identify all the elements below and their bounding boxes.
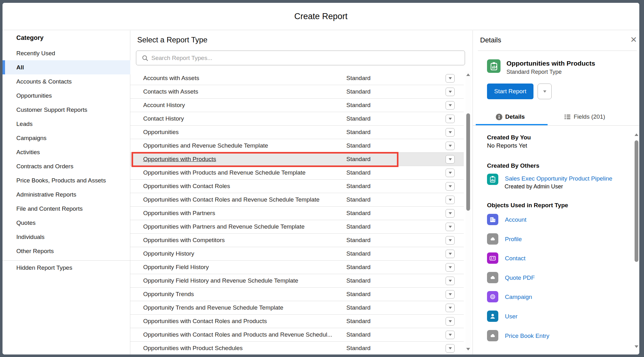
object-link-campaign[interactable]: Campaign bbox=[505, 294, 532, 300]
category-item[interactable]: Accounts & Contacts bbox=[3, 74, 130, 89]
row-actions-dropdown-button[interactable] bbox=[446, 263, 455, 272]
report-type-row[interactable]: Contact History Standard bbox=[130, 112, 464, 126]
tab-details[interactable]: Details bbox=[496, 110, 525, 124]
category-item[interactable]: Leads bbox=[3, 117, 130, 131]
report-type-row[interactable]: Opportunities Standard bbox=[130, 126, 464, 139]
category-item[interactable]: All bbox=[3, 60, 130, 74]
scroll-down-arrow-icon[interactable] bbox=[635, 345, 638, 348]
row-actions-dropdown-button[interactable] bbox=[446, 88, 455, 96]
close-icon[interactable]: × bbox=[628, 33, 639, 46]
row-actions-dropdown-button[interactable] bbox=[446, 317, 455, 326]
search-input[interactable] bbox=[151, 51, 459, 65]
report-type-row[interactable]: Opportunity Trends Standard bbox=[130, 288, 464, 301]
scrollbar-thumb[interactable] bbox=[466, 113, 470, 211]
scrollbar-thumb[interactable] bbox=[635, 140, 638, 262]
row-actions-dropdown-button[interactable] bbox=[446, 115, 455, 123]
row-actions-dropdown-button[interactable] bbox=[446, 196, 455, 204]
row-actions-dropdown-button[interactable] bbox=[446, 74, 455, 83]
info-icon bbox=[496, 114, 502, 120]
row-actions-dropdown-button[interactable] bbox=[446, 101, 455, 110]
object-link-quote-pdf[interactable]: Quote PDF bbox=[505, 274, 535, 281]
row-actions-dropdown-button[interactable] bbox=[446, 250, 455, 258]
report-type-category: Standard bbox=[346, 315, 371, 328]
report-type-row[interactable]: Contacts with Assets Standard bbox=[130, 85, 464, 99]
category-item[interactable]: Campaigns bbox=[3, 131, 130, 145]
object-link-user[interactable]: User bbox=[505, 313, 517, 320]
scroll-up-arrow-icon[interactable] bbox=[466, 73, 470, 76]
report-list-scrollbar[interactable] bbox=[465, 72, 471, 354]
category-item[interactable]: Individuals bbox=[3, 230, 130, 244]
row-actions-dropdown-button[interactable] bbox=[446, 128, 455, 137]
report-type-row[interactable]: Opportunities and Revenue Schedule Templ… bbox=[130, 139, 464, 153]
report-type-row[interactable]: Opportunities with Partners Standard bbox=[130, 207, 464, 220]
report-type-row[interactable]: Opportunity Field History and Revenue Sc… bbox=[130, 274, 464, 288]
report-type-category: Standard bbox=[346, 234, 371, 247]
scroll-up-arrow-icon[interactable] bbox=[635, 133, 638, 136]
row-actions-dropdown-button[interactable] bbox=[446, 209, 455, 218]
report-type-name: Opportunities with Contact Roles and Rev… bbox=[143, 193, 320, 206]
category-item[interactable]: Price Books, Products and Assets bbox=[3, 173, 130, 187]
category-item[interactable]: Activities bbox=[3, 145, 130, 159]
created-report-link[interactable]: Sales Exec Opportunity Product Pipeline bbox=[505, 175, 612, 182]
row-actions-dropdown-button[interactable] bbox=[446, 182, 455, 191]
tab-fields[interactable]: Fields (201) bbox=[564, 110, 605, 124]
row-actions-dropdown-button[interactable] bbox=[446, 331, 455, 339]
report-type-name: Contact History bbox=[143, 112, 184, 125]
row-actions-dropdown-button[interactable] bbox=[446, 155, 455, 164]
report-type-category: Standard bbox=[346, 99, 371, 112]
row-actions-dropdown-button[interactable] bbox=[446, 169, 455, 177]
report-icon bbox=[487, 174, 498, 185]
chevron-down-icon bbox=[449, 226, 452, 228]
start-report-button[interactable]: Start Report bbox=[487, 84, 533, 99]
report-type-row[interactable]: Opportunities with Contact Roles and Pro… bbox=[130, 328, 464, 342]
report-type-name: Opportunities with Products and Revenue … bbox=[143, 166, 306, 179]
object-link-account[interactable]: Account bbox=[505, 216, 527, 223]
category-item[interactable]: Recently Used bbox=[3, 46, 130, 60]
object-link-price-book-entry[interactable]: Price Book Entry bbox=[505, 333, 549, 339]
scroll-down-arrow-icon[interactable] bbox=[466, 348, 470, 350]
start-report-dropdown-button[interactable] bbox=[538, 84, 552, 99]
row-actions-dropdown-button[interactable] bbox=[446, 344, 455, 353]
report-type-row[interactable]: Opportunity Trends and Revenue Schedule … bbox=[130, 301, 464, 315]
report-type-row[interactable]: Opportunities with Products Standard bbox=[130, 153, 464, 166]
row-actions-dropdown-button[interactable] bbox=[446, 304, 455, 312]
report-type-row[interactable]: Opportunities with Competitors Standard bbox=[130, 234, 464, 247]
object-link-profile[interactable]: Profile bbox=[505, 236, 522, 243]
report-type-row[interactable]: Opportunities with Contact Roles and Rev… bbox=[130, 193, 464, 207]
row-actions-dropdown-button[interactable] bbox=[446, 290, 455, 299]
account-icon bbox=[487, 214, 498, 225]
row-actions-dropdown-button[interactable] bbox=[446, 236, 455, 245]
report-type-name: Opportunities with Competitors bbox=[143, 234, 225, 247]
category-item[interactable]: Administrative Reports bbox=[3, 187, 130, 202]
category-item[interactable]: Quotes bbox=[3, 216, 130, 230]
category-item[interactable]: Customer Support Reports bbox=[3, 103, 130, 117]
report-type-category: Standard bbox=[346, 72, 371, 85]
report-type-row[interactable]: Opportunities with Contact Roles Standar… bbox=[130, 180, 464, 193]
report-type-row[interactable]: Account History Standard bbox=[130, 99, 464, 112]
report-type-row[interactable]: Accounts with Assets Standard bbox=[130, 72, 464, 85]
report-type-row[interactable]: Opportunity History Standard bbox=[130, 247, 464, 261]
row-actions-dropdown-button[interactable] bbox=[446, 142, 455, 150]
object-link-contact[interactable]: Contact bbox=[505, 255, 525, 262]
category-item[interactable]: Hidden Report Types bbox=[3, 260, 130, 274]
row-actions-dropdown-button[interactable] bbox=[446, 223, 455, 231]
category-item[interactable]: File and Content Reports bbox=[3, 202, 130, 216]
report-type-name: Opportunities with Partners bbox=[143, 207, 215, 220]
report-type-category: Standard bbox=[346, 180, 371, 193]
report-type-row[interactable]: Opportunities with Contact Roles and Pro… bbox=[130, 315, 464, 328]
report-type-category: Standard bbox=[346, 139, 371, 152]
details-panel-scrollbar[interactable] bbox=[634, 131, 639, 351]
category-item[interactable]: Opportunities bbox=[3, 89, 130, 103]
report-type-row[interactable]: Opportunities with Product Schedules Sta… bbox=[130, 342, 464, 354]
details-panel: Details × Opportunities with Products St… bbox=[473, 30, 639, 354]
category-item[interactable]: Contracts and Orders bbox=[3, 159, 130, 173]
chevron-down-icon bbox=[449, 131, 452, 133]
report-type-row[interactable]: Opportunities with Products and Revenue … bbox=[130, 166, 464, 180]
report-type-row[interactable]: Opportunities with Partners and Revenue … bbox=[130, 220, 464, 234]
report-type-row[interactable]: Opportunity Field History Standard bbox=[130, 261, 464, 274]
report-type-name: Opportunity Trends bbox=[143, 288, 194, 301]
category-item[interactable]: Other Reports bbox=[3, 244, 130, 258]
objects-used-heading: Objects Used in Report Type bbox=[487, 202, 568, 209]
report-type-name: Contacts with Assets bbox=[143, 85, 198, 98]
row-actions-dropdown-button[interactable] bbox=[446, 277, 455, 285]
